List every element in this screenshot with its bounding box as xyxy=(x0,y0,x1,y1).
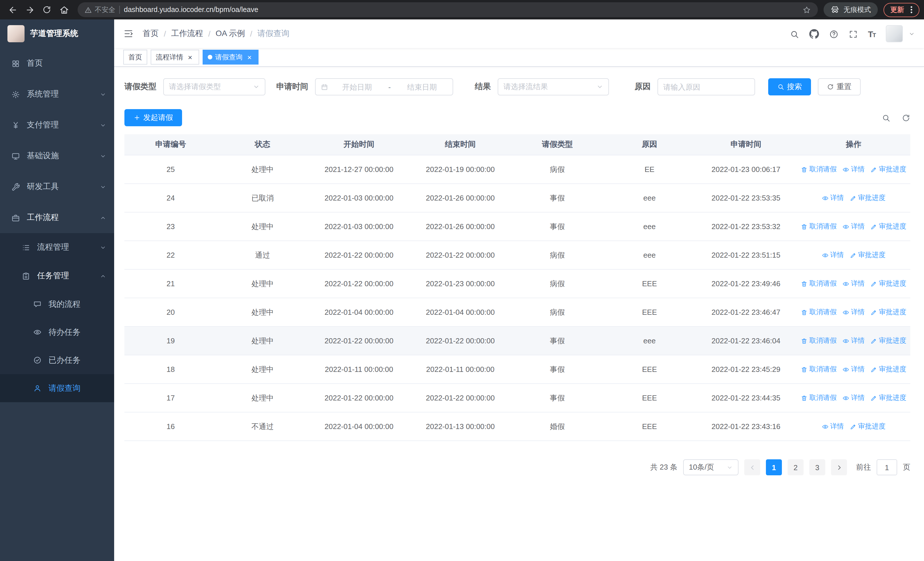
font-size-icon[interactable]: TT xyxy=(868,29,876,38)
detail-link[interactable]: 详情 xyxy=(822,250,844,260)
bookmark-star-icon[interactable] xyxy=(802,5,811,14)
cancel-leave-link[interactable]: 取消请假 xyxy=(801,307,837,317)
approval-progress-link[interactable]: 审批进度 xyxy=(849,422,885,431)
detail-link[interactable]: 详情 xyxy=(822,422,844,431)
table-row[interactable]: 22 通过 2022-01-22 00:00:00 2022-01-22 00:… xyxy=(124,241,910,270)
page-size-select[interactable]: 10条/页 xyxy=(683,459,738,475)
github-icon[interactable] xyxy=(809,29,819,39)
detail-link[interactable]: 详情 xyxy=(822,193,844,203)
cell-end-time: 2022-01-22 00:00:00 xyxy=(410,327,511,355)
result-select[interactable]: 请选择流结果 xyxy=(498,78,609,95)
breadcrumb-item-workflow[interactable]: 工作流程 xyxy=(171,29,203,39)
reason-input-wrap[interactable] xyxy=(657,78,755,95)
tab-process-detail[interactable]: 流程详情 × xyxy=(151,50,199,65)
cell-apply-time: 2022-01-22 23:53:32 xyxy=(695,212,797,241)
detail-link[interactable]: 详情 xyxy=(842,336,865,346)
browser-menu-icon[interactable] xyxy=(907,5,916,14)
sidebar-item-done-tasks[interactable]: 已办任务 xyxy=(0,346,114,374)
approval-progress-link[interactable]: 审批进度 xyxy=(849,193,885,203)
end-date-input[interactable] xyxy=(396,83,447,91)
tab-leave-query[interactable]: 请假查询 × xyxy=(202,50,258,65)
reason-input[interactable] xyxy=(663,83,749,91)
browser-back-button[interactable] xyxy=(4,2,21,18)
sidebar-item-payment[interactable]: 支付管理 xyxy=(0,110,114,141)
detail-link[interactable]: 详情 xyxy=(842,307,865,317)
cancel-leave-link[interactable]: 取消请假 xyxy=(801,393,837,403)
browser-forward-button[interactable] xyxy=(22,2,38,18)
plus-icon xyxy=(134,114,140,121)
table-row[interactable]: 18 处理中 2022-01-11 00:00:00 2022-01-11 00… xyxy=(124,355,910,384)
table-row[interactable]: 25 处理中 2021-12-27 00:00:00 2022-01-19 00… xyxy=(124,155,910,184)
browser-home-button[interactable] xyxy=(56,2,72,18)
sidebar-item-my-process[interactable]: 我的流程 xyxy=(0,290,114,318)
cell-apply-no: 19 xyxy=(124,327,217,355)
sidebar-item-infra[interactable]: 基础设施 xyxy=(0,141,114,171)
detail-link[interactable]: 详情 xyxy=(842,364,865,374)
goto-label: 前往 xyxy=(856,462,871,472)
cancel-leave-link[interactable]: 取消请假 xyxy=(801,222,837,232)
header-search-icon[interactable] xyxy=(790,29,799,39)
sidebar-item-todo-tasks[interactable]: 待办任务 xyxy=(0,318,114,346)
start-date-input[interactable] xyxy=(332,83,382,91)
page-button-1[interactable]: 1 xyxy=(766,459,782,475)
user-avatar[interactable] xyxy=(886,25,903,42)
page-button-2[interactable]: 2 xyxy=(788,459,804,475)
search-button[interactable]: 搜索 xyxy=(768,78,811,95)
sidebar-item-system[interactable]: 系统管理 xyxy=(0,79,114,110)
table-refresh-button[interactable] xyxy=(902,113,910,122)
detail-link[interactable]: 详情 xyxy=(842,279,865,289)
page-button-3[interactable]: 3 xyxy=(809,459,825,475)
approval-progress-link[interactable]: 审批进度 xyxy=(870,393,906,403)
help-icon[interactable] xyxy=(829,29,838,39)
table-row[interactable]: 24 已取消 2022-01-03 00:00:00 2022-01-26 00… xyxy=(124,184,910,212)
table-row[interactable]: 21 处理中 2022-01-22 00:00:00 2022-01-23 00… xyxy=(124,270,910,298)
security-status[interactable]: 不安全 xyxy=(84,5,115,15)
sidebar-item-leave-query[interactable]: 请假查询 xyxy=(0,374,114,402)
table-row[interactable]: 19 处理中 2022-01-22 00:00:00 2022-01-22 00… xyxy=(124,327,910,355)
approval-progress-link[interactable]: 审批进度 xyxy=(870,336,906,346)
table-row[interactable]: 16 不通过 2022-01-04 00:00:00 2022-01-13 00… xyxy=(124,412,910,441)
approval-progress-link[interactable]: 审批进度 xyxy=(870,279,906,289)
cancel-leave-link[interactable]: 取消请假 xyxy=(801,364,837,374)
column-header: 开始时间 xyxy=(308,134,410,155)
next-page-button[interactable] xyxy=(831,459,847,475)
leave-type-select[interactable]: 请选择请假类型 xyxy=(163,78,266,95)
detail-link[interactable]: 详情 xyxy=(842,164,865,174)
cancel-leave-link[interactable]: 取消请假 xyxy=(801,164,837,174)
goto-page-input[interactable] xyxy=(877,459,897,475)
create-leave-button[interactable]: 发起请假 xyxy=(124,109,182,126)
approval-progress-link[interactable]: 审批进度 xyxy=(849,250,885,260)
prev-page-button[interactable] xyxy=(744,459,760,475)
reset-button[interactable]: 重置 xyxy=(818,78,861,95)
fullscreen-icon[interactable] xyxy=(848,29,858,39)
approval-progress-link[interactable]: 审批进度 xyxy=(870,164,906,174)
table-row[interactable]: 20 处理中 2022-01-04 00:00:00 2022-01-04 00… xyxy=(124,298,910,327)
approval-progress-link[interactable]: 审批进度 xyxy=(870,364,906,374)
browser-reload-button[interactable] xyxy=(39,2,55,18)
sidebar-item-devtools[interactable]: 研发工具 xyxy=(0,171,114,202)
approval-progress-link[interactable]: 审批进度 xyxy=(870,307,906,317)
approval-progress-link[interactable]: 审批进度 xyxy=(870,222,906,232)
table-row[interactable]: 17 处理中 2022-01-22 00:00:00 2022-01-22 00… xyxy=(124,384,910,412)
close-icon[interactable]: × xyxy=(245,53,254,61)
breadcrumb-item-home[interactable]: 首页 xyxy=(142,29,159,39)
cancel-leave-link[interactable]: 取消请假 xyxy=(801,336,837,346)
apply-time-range-picker[interactable]: - xyxy=(315,78,453,95)
detail-link[interactable]: 详情 xyxy=(842,222,865,232)
tab-home[interactable]: 首页 xyxy=(123,50,147,65)
sidebar-item-home[interactable]: 首页 xyxy=(0,48,114,79)
cancel-leave-link[interactable]: 取消请假 xyxy=(801,279,837,289)
address-bar[interactable]: 不安全 dashboard.yudao.iocoder.cn/bpm/oa/le… xyxy=(78,2,818,17)
table-search-toggle-button[interactable] xyxy=(882,113,890,122)
sidebar-item-process-mgmt[interactable]: 流程管理 xyxy=(0,233,114,262)
breadcrumb-item-oa-example[interactable]: OA 示例 xyxy=(216,29,245,39)
detail-link[interactable]: 详情 xyxy=(842,393,865,403)
sidebar-item-workflow[interactable]: 工作流程 xyxy=(0,202,114,233)
caret-down-icon[interactable] xyxy=(909,30,915,37)
table-row[interactable]: 23 处理中 2022-01-03 00:00:00 2022-01-26 00… xyxy=(124,212,910,241)
sidebar-item-task-mgmt[interactable]: 任务管理 xyxy=(0,262,114,290)
menu-collapse-icon[interactable] xyxy=(123,29,134,39)
close-icon[interactable]: × xyxy=(186,53,194,61)
chevron-down-icon xyxy=(596,83,603,90)
update-button[interactable]: 更新 xyxy=(884,3,920,17)
